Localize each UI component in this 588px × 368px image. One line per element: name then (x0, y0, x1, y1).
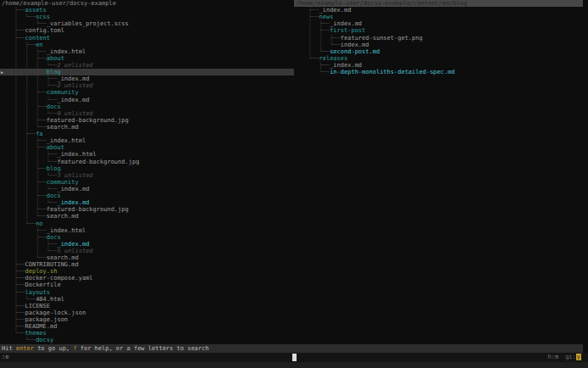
tree-guides: │ │ └── (0, 248, 57, 254)
tree-row[interactable]: │ │ ├──_index.html (0, 48, 294, 55)
tree-item-label: _index.html (47, 227, 86, 234)
status-text: to go up, (34, 345, 73, 352)
tree-row[interactable]: │ └──no (0, 220, 294, 227)
tree-row[interactable]: ├──docker-compose.yaml (0, 275, 294, 282)
tree-row[interactable]: ├──deploy.sh (0, 268, 294, 275)
tree-guides: │ │ │ └── (0, 159, 57, 165)
tree-row[interactable]: │ │ │ └──featured-background.jpg (0, 159, 294, 165)
tree-guides: ├── (0, 316, 25, 323)
tree-row[interactable]: │ │ ├──featured-sunset-get.png (294, 35, 588, 42)
tree-row[interactable]: │ └──search.md (0, 254, 294, 261)
tree-item-label: _index.md (57, 186, 89, 192)
tree-item-label: _index.md (57, 199, 89, 206)
tree-row[interactable]: │ ├──docs (0, 234, 294, 241)
flag-value: y (576, 354, 581, 360)
tree-item-label: docs (47, 234, 61, 241)
tree-row[interactable]: └──in-depth-monoliths-detailed-spec.md (294, 69, 588, 75)
tree-row[interactable]: └──releases (294, 55, 588, 62)
search-mode-flags[interactable]: h:ngi:y (541, 353, 581, 362)
tree-row[interactable]: │ └──404.html (0, 296, 294, 303)
tree-row[interactable]: │ │ ├──docs (0, 192, 294, 199)
tree-item-label: in-depth-monoliths-detailed-spec.md (330, 69, 455, 75)
tree-row[interactable]: │ │ │ └──2 unlisted (0, 82, 294, 89)
tree-item-label: fa (36, 131, 42, 137)
tree-row[interactable]: │ │ └──index.md (294, 42, 588, 48)
bottom-strip (0, 362, 588, 368)
tree-row[interactable]: │ └──_variables_project.scss (0, 20, 294, 27)
tree-row[interactable]: ├──_index.md (294, 62, 588, 69)
tree-row[interactable]: ├──_index.md (294, 7, 588, 14)
tree-row[interactable]: │ │ │ └──_index.md (0, 97, 294, 103)
tree-guides: │ └── (0, 296, 36, 303)
tree-row[interactable]: ├──package-lock.json (0, 309, 294, 316)
tree-row[interactable]: │ └──second-post.md (294, 48, 588, 55)
tree-guides: │ │ ├── (0, 192, 47, 199)
tree-row[interactable]: │ ├──_index.html (0, 227, 294, 234)
tree-row[interactable]: │ │ ├──blog (0, 165, 294, 172)
flag-label: h: (547, 354, 554, 360)
tree-guides: │ │ │ └── (0, 186, 57, 192)
status-bar: Hit enter to go up, ? for help, or a few… (0, 344, 583, 353)
tree-row[interactable]: │ │ ├──featured-background.jpg (0, 117, 294, 124)
tree-row[interactable]: │ │ │ └──2 unlisted (0, 62, 294, 69)
tree-item-label: search.md (47, 213, 79, 220)
tree-row[interactable]: │ │ ├──community (0, 179, 294, 186)
command-input-value[interactable]: :e (2, 353, 8, 362)
tree-guides: │ ├── (0, 131, 36, 137)
tree-row[interactable]: │ │ ├──docs (0, 103, 294, 110)
tree-row[interactable]: │ ├──_index.md (294, 20, 588, 27)
tree-item-label: no (36, 220, 42, 227)
tree-row[interactable]: ├──package.json (0, 316, 294, 323)
tree-row[interactable]: │ │ ├──_index.html (0, 137, 294, 144)
tree-item-label: docs (47, 192, 61, 199)
tree-row[interactable]: │ │ │ └──_index.md (0, 199, 294, 206)
tree-row[interactable]: │ │ ├──about (0, 144, 294, 151)
tree-row[interactable]: │ ├──fa (0, 131, 294, 137)
tree-item-label: _index.html (47, 48, 86, 55)
right-panel-path: /home/example-user/docsy-example/content… (294, 0, 583, 7)
tree-row[interactable]: ├──content (0, 35, 294, 42)
tree-item-label: docs (47, 103, 61, 110)
tree-row[interactable]: ├──assets (0, 7, 294, 14)
tree-row[interactable]: │ │ ├──about (0, 55, 294, 62)
tree-guides: ├── (0, 7, 25, 14)
tree-row[interactable]: │ │ │ ├──_index.html (0, 151, 294, 158)
tree-guides: ├── (0, 323, 25, 330)
tree-row[interactable]: │ ├──first-post (294, 27, 588, 34)
mode-flag[interactable]: h:n (547, 354, 558, 360)
file-tree-panel-left: /home/example-user/docsy-example ├──asse… (0, 0, 294, 344)
tree-row[interactable]: ├──layouts (0, 289, 294, 296)
tree-row[interactable]: ├──config.toml (0, 27, 294, 34)
right-tree-rows: ├──_index.md ├──news │ ├──_index.md │ ├─… (294, 7, 588, 75)
tree-row[interactable]: ├──CONTRIBUTING.md (0, 261, 294, 268)
tree-row[interactable]: │ │ └──search.md (0, 124, 294, 131)
tree-row[interactable]: │ │ ├──community (0, 89, 294, 96)
mode-flag[interactable]: gi:y (565, 354, 581, 360)
tree-row[interactable]: │ │ └──5 unlisted (0, 248, 294, 254)
tree-item-label: _index.md (319, 7, 352, 14)
tree-guides: │ │ │ ├── (0, 151, 57, 158)
tree-guides: │ │ │ └── (0, 110, 57, 117)
tree-guides: ├── (294, 7, 319, 14)
tree-row[interactable]: │ │ └──search.md (0, 213, 294, 220)
tree-guides: └── (294, 55, 319, 62)
tree-row[interactable]: ├──Dockerfile (0, 282, 294, 288)
tree-row[interactable]: │ └──scss (0, 14, 294, 20)
tree-row[interactable]: │ ├──en (0, 42, 294, 48)
tree-item-label: package.json (25, 316, 69, 323)
tree-row[interactable]: │ │ │ └──9 unlisted (0, 110, 294, 117)
tree-row[interactable]: ├──README.md (0, 323, 294, 330)
tree-row[interactable]: │ │ │ └──_index.md (0, 186, 294, 192)
tree-row[interactable]: │ │ │ ├──_index.md (0, 75, 294, 82)
tree-row[interactable]: └──themes (0, 330, 294, 337)
tree-row[interactable]: │ │ │ └──3 unlisted (0, 172, 294, 179)
tree-guides: ├── (294, 14, 319, 20)
tree-row[interactable]: ├──news (294, 14, 588, 20)
tree-row[interactable]: ├──LICENSE (0, 303, 294, 309)
command-input-line[interactable]: :e h:ngi:y (0, 353, 588, 362)
tree-item-label: featured-background.jpg (57, 159, 139, 165)
tree-row[interactable]: └──docsy (0, 337, 294, 343)
tree-row[interactable]: ▶ │ │ ├──blog (0, 69, 294, 75)
tree-row[interactable]: │ │ ├──_index.md (0, 241, 294, 248)
tree-row[interactable]: │ │ ├──featured-background.jpg (0, 206, 294, 213)
